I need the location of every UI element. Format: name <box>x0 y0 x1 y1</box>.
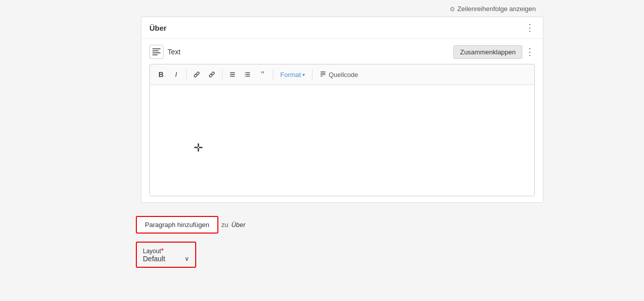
card-title: Über <box>149 24 167 32</box>
editor-body[interactable] <box>150 85 534 196</box>
editor-toolbar: B I <box>150 64 534 85</box>
format-arrow-icon: ▾ <box>302 72 305 78</box>
toolbar-separator-1 <box>186 69 187 80</box>
source-label: Quellcode <box>329 71 358 79</box>
toolbar-separator-4 <box>312 69 312 80</box>
toolbar-separator-2 <box>222 69 222 80</box>
content-section: Text Zusammenklappen ⋮ B I <box>141 39 543 202</box>
layout-required: * <box>161 247 164 255</box>
source-icon <box>319 70 327 79</box>
layout-label-row: Layout* <box>143 247 189 255</box>
list-unordered-button[interactable] <box>225 67 239 82</box>
link-button[interactable] <box>190 67 204 82</box>
row-order-icon: ⊙ <box>450 6 455 13</box>
format-label: Format <box>280 71 301 79</box>
layout-arrow-icon: ∨ <box>185 255 189 262</box>
text-row-left: Text <box>149 45 181 59</box>
layout-box: Layout* Default ∨ <box>136 242 196 268</box>
collapse-button[interactable]: Zusammenklappen <box>453 45 522 59</box>
row-order-label: Zeilenreihenfolge anzeigen <box>457 5 536 13</box>
add-paragraph-row: Paragraph hinzufügen zu Über <box>136 216 548 234</box>
toolbar-separator-3 <box>273 69 273 80</box>
card-header: Über ⋮ <box>141 17 543 39</box>
move-cursor[interactable]: ✛ <box>194 141 203 155</box>
zu-label: zu <box>221 221 228 229</box>
row-order-link[interactable]: ⊙ Zeilenreihenfolge anzeigen <box>450 5 536 13</box>
svg-rect-2 <box>152 52 160 53</box>
italic-button[interactable]: I <box>169 67 183 82</box>
editor-container: B I <box>149 64 535 196</box>
source-button[interactable]: Quellcode <box>315 68 362 81</box>
svg-rect-0 <box>152 48 160 49</box>
main-card: Über ⋮ <box>141 17 543 203</box>
unlink-button[interactable] <box>205 67 219 82</box>
svg-rect-1 <box>152 50 158 51</box>
layout-value: Default <box>143 255 165 263</box>
quote-button[interactable]: " <box>256 67 270 82</box>
content-menu-icon[interactable]: ⋮ <box>525 47 535 56</box>
format-dropdown[interactable]: Format ▾ <box>276 69 309 81</box>
text-row: Text Zusammenklappen ⋮ <box>149 45 535 59</box>
layout-select[interactable]: Default ∨ <box>143 255 189 263</box>
svg-rect-3 <box>152 54 157 55</box>
text-block-icon <box>149 45 164 59</box>
uber-italic-label: Über <box>231 221 246 229</box>
text-label: Text <box>168 48 181 56</box>
card-header-menu-icon[interactable]: ⋮ <box>525 23 535 32</box>
add-paragraph-button[interactable]: Paragraph hinzufügen <box>136 216 218 234</box>
bold-button[interactable]: B <box>154 67 168 82</box>
bottom-section: Paragraph hinzufügen zu Über Layout* Def… <box>136 208 548 268</box>
text-row-right: Zusammenklappen ⋮ <box>453 45 535 59</box>
layout-label: Layout <box>143 248 161 255</box>
list-ordered-button[interactable] <box>240 67 255 82</box>
